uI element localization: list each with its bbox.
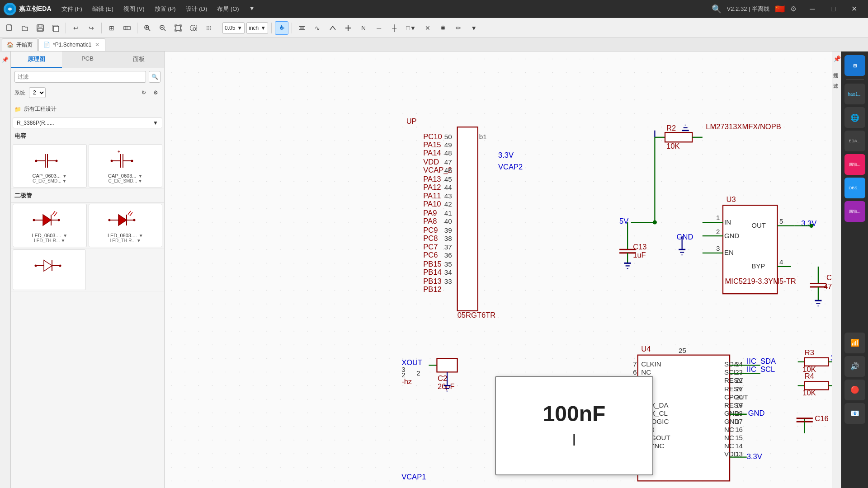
led-variant-item[interactable]: LED_0603-... ▼ LED_TH-R... ▼	[89, 204, 163, 247]
zoom-out-button[interactable]	[156, 21, 170, 35]
menu-view[interactable]: 视图 (V)	[119, 3, 149, 15]
more-tools-dropdown[interactable]: ▼	[467, 21, 481, 35]
svg-text:PA9: PA9	[423, 209, 437, 217]
menu-file[interactable]: 文件 (F)	[57, 3, 87, 15]
svg-text:1: 1	[716, 214, 720, 222]
comp-selector-label: R_3386P(R......	[17, 120, 54, 126]
properties-button[interactable]: 属性	[833, 66, 840, 72]
taskbar-four-axis-1[interactable]: 四轴...	[844, 154, 865, 175]
cap-basic-fp-dropdown[interactable]: ▼	[62, 178, 66, 183]
measure-button[interactable]: ✱	[436, 21, 450, 35]
led-basic-fp-dropdown[interactable]: ▼	[61, 238, 65, 243]
svg-marker-65	[44, 260, 52, 271]
filter-search-button[interactable]: 🔍	[149, 71, 160, 83]
menu-more[interactable]: ▼	[245, 3, 259, 15]
shape-dropdown-btn[interactable]: □▼	[403, 21, 419, 35]
tab-pcb-lib[interactable]: PCB	[62, 52, 113, 68]
hline-button[interactable]: ─	[372, 21, 386, 35]
taskbar-wifi[interactable]: 📶	[844, 333, 865, 353]
windows-start-button[interactable]: ⊞	[844, 55, 865, 76]
tool4-button[interactable]	[341, 21, 355, 35]
tab-close-button[interactable]: ✕	[94, 42, 100, 48]
taskbar-hao1[interactable]: hao1...	[844, 84, 865, 104]
cap-polar-footprint: C_Ele_SMD...	[108, 178, 137, 183]
component-selector[interactable]: R_3386P(R...... ▼	[13, 117, 162, 128]
led-variant-fp-dropdown[interactable]: ▼	[137, 238, 141, 243]
cap-polar-dropdown[interactable]: ▼	[138, 174, 142, 178]
minimize-button[interactable]: ─	[802, 0, 823, 18]
redo-button[interactable]: ↪	[85, 21, 98, 35]
dotgrid-button[interactable]	[202, 21, 216, 35]
menu-design[interactable]: 设计 (D)	[181, 3, 212, 15]
pin-right-icon[interactable]: 📌	[833, 55, 840, 62]
close-button[interactable]: ✕	[844, 0, 864, 18]
draw-button[interactable]: ✏	[452, 21, 465, 35]
tab-panel-lib[interactable]: 面板	[113, 52, 164, 68]
taskbar-red-circle[interactable]: 🔴	[844, 380, 865, 400]
grid-button[interactable]: ⊞	[105, 21, 118, 35]
svg-text:05RGT6TR: 05RGT6TR	[458, 311, 496, 319]
taskbar-chrome[interactable]: 🌐	[844, 107, 865, 128]
tool3-button[interactable]	[326, 21, 340, 35]
zoom-in-button[interactable]	[141, 21, 154, 35]
snap-button[interactable]	[275, 21, 288, 35]
svg-text:PC10: PC10	[423, 132, 442, 141]
component-button[interactable]	[120, 21, 134, 35]
menu-layout[interactable]: 布局 (O)	[212, 3, 243, 15]
plusline-button[interactable]: ┼	[387, 21, 401, 35]
maximize-button[interactable]: □	[823, 0, 844, 18]
pin-top-button[interactable]: 📌	[1, 55, 10, 64]
led-variant-name: LED_0603-...	[108, 233, 137, 238]
new-button[interactable]	[3, 21, 16, 35]
led-basic-dropdown[interactable]: ▼	[63, 233, 67, 238]
schematic-canvas[interactable]: UP PC10 PA15 PA14 VDD VCAP_2 PA13 PA12 P…	[165, 52, 832, 488]
svg-marker-49	[43, 215, 51, 225]
saveall-button[interactable]	[49, 21, 62, 35]
scope-select[interactable]: 2	[29, 87, 46, 98]
align-button[interactable]	[295, 21, 309, 35]
settings-icon[interactable]: ⚙	[790, 5, 797, 13]
taskbar-eda[interactable]: EDA...	[844, 131, 865, 151]
led-basic-item[interactable]: LED_0603-... ▼ LED_TH-R... ▼	[13, 204, 87, 247]
svg-text:3.3V: 3.3V	[498, 151, 514, 160]
scope-settings-button[interactable]: ⚙	[151, 88, 160, 98]
zoom-box-button[interactable]	[187, 21, 200, 35]
cap-basic-item[interactable]: CAP_0603... ▼ C_Ele_SMD... ▼	[13, 144, 87, 188]
cap-polar-item[interactable]: + CAP_0603... ▼ C_Ele_SMD... ▼	[89, 144, 163, 188]
fit-button[interactable]	[171, 21, 185, 35]
menu-place[interactable]: 放置 (P)	[150, 3, 180, 15]
taskbar-four-axis-2[interactable]: 四轴...	[844, 201, 865, 222]
led-variant-symbol	[91, 208, 160, 233]
undo-button[interactable]: ↩	[69, 21, 83, 35]
flag-icon[interactable]: 🇨🇳	[775, 4, 785, 14]
svg-point-23	[207, 28, 208, 28]
open-button[interactable]	[18, 21, 32, 35]
cross-button[interactable]: ✕	[421, 21, 434, 35]
tab-schematic-lib[interactable]: 原理图	[11, 52, 62, 68]
diode-single-item[interactable]	[13, 249, 86, 290]
value-edit-popup[interactable]: 100nF I	[495, 376, 653, 475]
refresh-button[interactable]: ↻	[139, 88, 149, 98]
netflag-button[interactable]: N	[357, 21, 370, 35]
filter-input[interactable]	[14, 71, 146, 83]
zoom-dropdown[interactable]: 0.05 ▼	[222, 22, 245, 34]
tab-home[interactable]: 🏠 开始页	[2, 38, 38, 51]
taskbar-obs[interactable]: OBS...	[844, 178, 865, 198]
svg-text:35: 35	[444, 260, 452, 268]
wave-button[interactable]: ∿	[311, 21, 324, 35]
led-variant-dropdown[interactable]: ▼	[139, 233, 143, 238]
save-button[interactable]	[33, 21, 47, 35]
search-icon[interactable]: 🔍	[712, 4, 722, 14]
taskbar-mail[interactable]: 📧	[844, 403, 865, 424]
filter-button-right[interactable]: 过滤	[833, 76, 840, 82]
cap-basic-dropdown[interactable]: ▼	[62, 174, 67, 178]
led-basic-footprint: LED_TH-R...	[34, 238, 60, 243]
taskbar-volume[interactable]: 🔊	[844, 356, 865, 377]
unit-dropdown[interactable]: inch ▼	[246, 22, 268, 34]
svg-text:VCAP2: VCAP2	[498, 163, 523, 171]
tab-schematic[interactable]: 📄 *P1.Schematic1 ✕	[38, 38, 105, 51]
svg-text:3.3V: 3.3V	[747, 452, 762, 461]
menu-edit[interactable]: 编辑 (E)	[88, 3, 118, 15]
cap-polar-fp-dropdown[interactable]: ▼	[138, 178, 142, 183]
svg-rect-30	[299, 26, 305, 27]
